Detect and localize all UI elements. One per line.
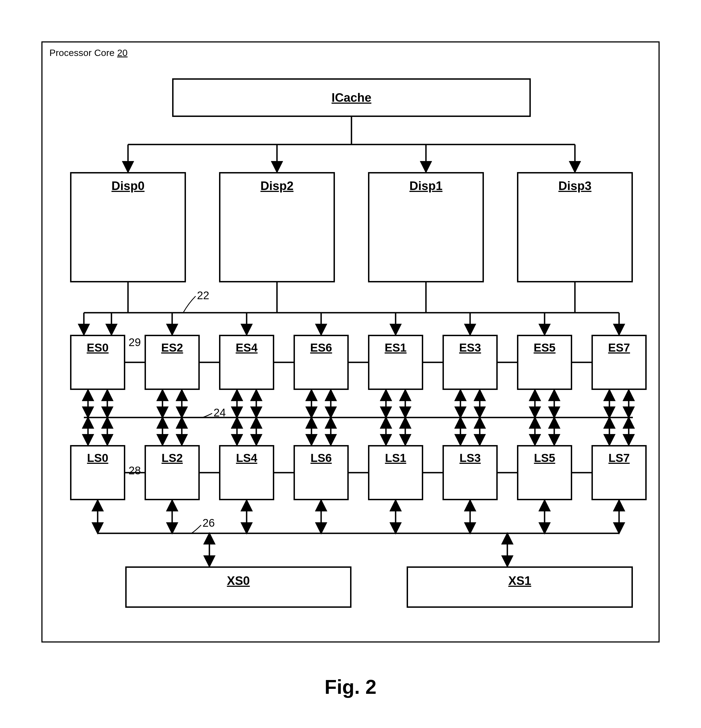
disp3-block: Disp3 xyxy=(517,172,633,282)
es0-label: ES0 xyxy=(71,341,124,354)
xs0-block: XS0 xyxy=(125,566,351,608)
ls1-block: LS1 xyxy=(368,445,423,500)
es3-block: ES3 xyxy=(442,335,498,390)
xs0-label: XS0 xyxy=(127,574,350,588)
es0-block: ES0 xyxy=(70,335,125,390)
ls6-block: LS6 xyxy=(293,445,349,500)
ls4-block: LS4 xyxy=(219,445,274,500)
es6-label: ES6 xyxy=(295,341,347,354)
xs1-block: XS1 xyxy=(407,566,633,608)
disp1-label: Disp1 xyxy=(369,179,483,193)
ls7-label: LS7 xyxy=(593,451,645,465)
ls0-label: LS0 xyxy=(71,451,124,465)
es2-label: ES2 xyxy=(146,341,198,354)
es6-block: ES6 xyxy=(293,335,349,390)
icache-label: ICache xyxy=(173,91,529,104)
ls2-block: LS2 xyxy=(145,445,200,500)
ref-26: 26 xyxy=(202,517,215,529)
core-title: Processor Core 20 xyxy=(49,48,127,58)
es1-block: ES1 xyxy=(368,335,423,390)
disp0-label: Disp0 xyxy=(71,179,185,193)
ls1-label: LS1 xyxy=(369,451,422,465)
es3-label: ES3 xyxy=(444,341,496,354)
page: Processor Core 20 ICache Disp0 Disp2 Dis… xyxy=(0,0,701,728)
core-title-ref: 20 xyxy=(117,48,128,58)
ls6-label: LS6 xyxy=(295,451,347,465)
core-title-prefix: Processor Core xyxy=(49,48,117,58)
es5-label: ES5 xyxy=(518,341,571,354)
ref-28: 28 xyxy=(129,464,141,477)
disp0-block: Disp0 xyxy=(70,172,186,282)
es1-label: ES1 xyxy=(369,341,422,354)
ls5-block: LS5 xyxy=(517,445,572,500)
es7-label: ES7 xyxy=(593,341,645,354)
ls2-label: LS2 xyxy=(146,451,198,465)
ls4-label: LS4 xyxy=(220,451,273,465)
ls7-block: LS7 xyxy=(591,445,647,500)
es5-block: ES5 xyxy=(517,335,572,390)
figure-caption: Fig. 2 xyxy=(0,676,701,698)
ref-29: 29 xyxy=(129,336,141,348)
ls0-block: LS0 xyxy=(70,445,125,500)
es2-block: ES2 xyxy=(145,335,200,390)
icache-block: ICache xyxy=(172,78,531,117)
ref-24: 24 xyxy=(214,406,226,419)
es7-block: ES7 xyxy=(591,335,647,390)
ref-22: 22 xyxy=(197,289,210,302)
es4-label: ES4 xyxy=(220,341,273,354)
disp2-block: Disp2 xyxy=(219,172,335,282)
disp3-label: Disp3 xyxy=(518,179,632,193)
disp2-label: Disp2 xyxy=(220,179,334,193)
ls5-label: LS5 xyxy=(518,451,571,465)
processor-core-box: Processor Core 20 ICache Disp0 Disp2 Dis… xyxy=(41,41,660,643)
ls3-block: LS3 xyxy=(442,445,498,500)
ls3-label: LS3 xyxy=(444,451,496,465)
xs1-label: XS1 xyxy=(408,574,632,588)
es4-block: ES4 xyxy=(219,335,274,390)
disp1-block: Disp1 xyxy=(368,172,484,282)
